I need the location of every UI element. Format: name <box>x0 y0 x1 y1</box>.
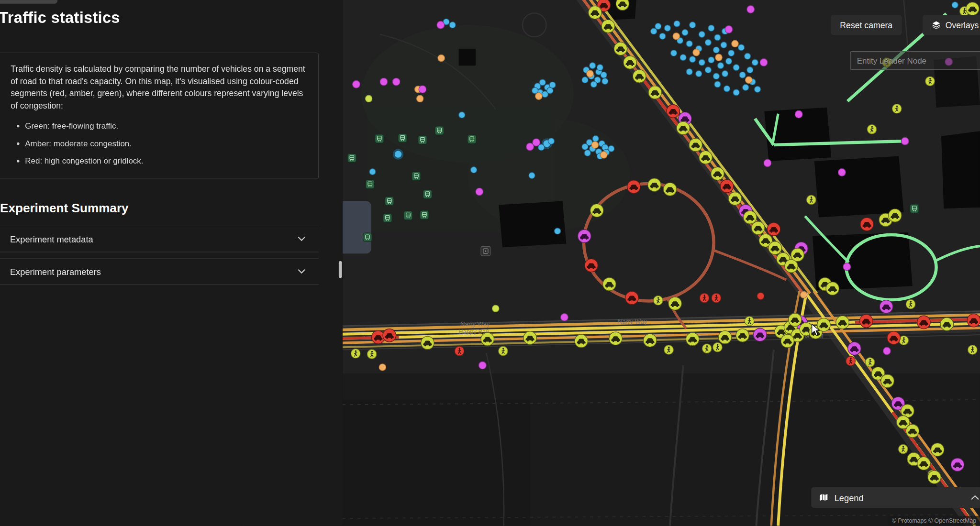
dot-blue-marker[interactable] <box>470 166 477 173</box>
bus-marker[interactable] <box>347 153 357 163</box>
dot-blue-marker[interactable] <box>554 228 561 234</box>
dot-blue-marker[interactable] <box>673 20 680 27</box>
car-lime-marker[interactable] <box>601 19 615 33</box>
dot-blue-marker[interactable] <box>601 78 608 85</box>
dot-blue-marker[interactable] <box>597 64 603 71</box>
car-lime-marker[interactable] <box>966 2 980 16</box>
dot-blue-marker[interactable] <box>720 42 727 48</box>
dot-magenta-marker[interactable] <box>418 85 426 93</box>
accordion-experiment-parameters[interactable]: Experiment parameters <box>0 258 319 285</box>
car-red-marker[interactable] <box>666 104 680 118</box>
ped-red-marker[interactable] <box>455 346 465 356</box>
dot-blue-marker[interactable] <box>724 85 730 92</box>
dot-blue-marker[interactable] <box>689 56 696 63</box>
car-lime-marker[interactable] <box>623 55 637 69</box>
ped-red-marker[interactable] <box>846 356 856 366</box>
dot-orange-marker[interactable] <box>535 92 543 100</box>
dot-orange-marker[interactable] <box>600 151 608 159</box>
dot-blue-marker[interactable] <box>670 50 677 56</box>
dot-blue-marker[interactable] <box>713 73 720 79</box>
car-lime-marker[interactable] <box>817 318 831 332</box>
dot-blue-marker[interactable] <box>449 22 456 28</box>
ped-lime-marker[interactable] <box>906 299 916 309</box>
dot-blue-marker[interactable] <box>714 34 721 41</box>
ped-lime-marker[interactable] <box>351 349 361 359</box>
bus-marker[interactable] <box>412 172 421 181</box>
poi-marker[interactable] <box>480 246 490 256</box>
dot-blue-marker[interactable] <box>717 62 724 69</box>
dot-blue-marker[interactable] <box>601 72 607 78</box>
dot-lime-marker[interactable] <box>492 305 500 312</box>
dot-blue-marker[interactable] <box>713 46 720 53</box>
ped-lime-marker[interactable] <box>892 104 902 114</box>
car-lime-marker[interactable] <box>647 178 661 192</box>
dot-orange-marker[interactable] <box>800 291 808 299</box>
car-lime-marker[interactable] <box>648 86 662 99</box>
dot-blue-marker[interactable] <box>746 66 753 73</box>
dot-blue-marker[interactable] <box>725 58 732 65</box>
dot-magenta-marker[interactable] <box>838 168 846 176</box>
car-lime-marker[interactable] <box>780 334 794 348</box>
accordion-experiment-metadata[interactable]: Experiment metadata <box>0 226 319 252</box>
car-magenta-marker[interactable] <box>951 458 965 471</box>
car-red-marker[interactable] <box>917 316 931 329</box>
car-lime-marker[interactable] <box>574 334 588 348</box>
dot-magenta-marker[interactable] <box>724 25 733 33</box>
car-lime-marker[interactable] <box>633 69 646 83</box>
dot-blue-marker[interactable] <box>528 172 535 179</box>
car-lime-marker[interactable] <box>940 318 954 331</box>
car-magenta-marker[interactable] <box>578 229 591 243</box>
ped-red-marker[interactable] <box>711 293 721 303</box>
dot-blue-marker[interactable] <box>738 44 745 51</box>
ped-lime-marker[interactable] <box>664 345 674 355</box>
dot-magenta-marker[interactable] <box>560 313 568 321</box>
dot-blue-marker[interactable] <box>581 143 588 150</box>
car-lime-marker[interactable] <box>888 208 902 222</box>
car-lime-marker[interactable] <box>616 0 630 11</box>
car-lime-marker[interactable] <box>917 457 931 471</box>
bus-marker[interactable] <box>365 180 375 189</box>
dot-orange-marker[interactable] <box>715 54 723 61</box>
ped-lime-marker[interactable] <box>498 346 508 356</box>
car-red-marker[interactable] <box>860 218 874 231</box>
bus-marker[interactable] <box>418 135 427 145</box>
dot-blue-marker[interactable] <box>584 150 591 156</box>
ped-lime-marker[interactable] <box>653 296 663 306</box>
dot-blue-marker[interactable] <box>659 33 666 40</box>
dot-blue-marker[interactable] <box>705 66 712 73</box>
bus-marker[interactable] <box>398 133 407 143</box>
car-red-marker[interactable] <box>720 179 734 193</box>
bus-marker[interactable] <box>434 126 444 135</box>
bus-marker[interactable] <box>375 134 384 143</box>
dot-blue-marker[interactable] <box>695 70 702 77</box>
car-lime-marker[interactable] <box>906 424 920 438</box>
car-red-marker[interactable] <box>967 314 980 328</box>
overlays-button[interactable]: Overlays <box>922 15 980 35</box>
dot-orange-marker[interactable] <box>437 55 445 62</box>
dot-blue-marker[interactable] <box>739 72 746 78</box>
car-lime-marker[interactable] <box>711 167 724 181</box>
bus-marker[interactable] <box>385 197 394 206</box>
dot-blue-marker[interactable] <box>744 53 751 59</box>
ped-lime-marker[interactable] <box>867 124 877 134</box>
ped-lime-marker[interactable] <box>806 195 816 205</box>
dot-magenta-marker[interactable] <box>883 347 891 355</box>
car-lime-marker[interactable] <box>927 471 941 484</box>
dot-orange-marker[interactable] <box>745 76 753 84</box>
dot-magenta-marker[interactable] <box>436 21 445 29</box>
car-lime-marker[interactable] <box>643 333 657 347</box>
car-lime-marker[interactable] <box>835 316 849 329</box>
dot-blue-marker[interactable] <box>681 29 688 36</box>
dot-magenta-marker[interactable] <box>760 58 768 66</box>
car-lime-marker[interactable] <box>668 296 682 310</box>
dot-blue-marker[interactable] <box>722 70 728 77</box>
car-red-marker[interactable] <box>382 329 396 342</box>
car-red-marker[interactable] <box>859 314 873 328</box>
dot-orange-marker[interactable] <box>416 95 424 103</box>
dot-blue-marker[interactable] <box>608 145 614 152</box>
dot-blue-marker[interactable] <box>733 89 739 96</box>
dot-blue-marker[interactable] <box>679 54 686 61</box>
car-red-marker[interactable] <box>625 291 639 305</box>
ped-lime-marker[interactable] <box>898 444 908 454</box>
car-lime-marker[interactable] <box>751 221 765 235</box>
